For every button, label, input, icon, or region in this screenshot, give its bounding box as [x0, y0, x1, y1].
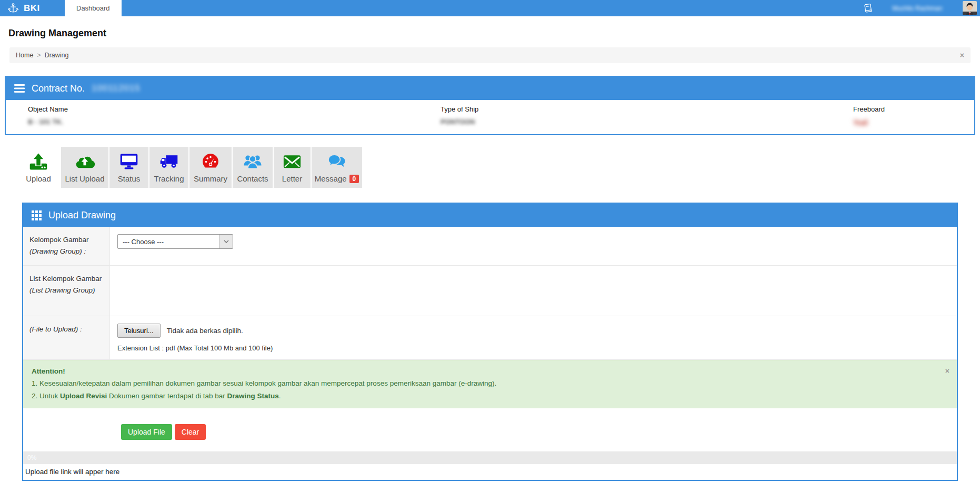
clear-button[interactable]: Clear	[175, 424, 206, 440]
tab-list-upload[interactable]: List Upload	[61, 147, 109, 188]
type-of-ship-value-masked: PONTOON	[441, 118, 853, 126]
truck-icon	[159, 151, 178, 172]
row-file-to-upload: (File to Upload) : Telusuri... Tidak ada…	[23, 316, 957, 360]
attention-line2-bold1: Upload Revisi	[60, 392, 107, 400]
tab-contacts[interactable]: Contacts	[233, 147, 274, 188]
cloud-upload-icon	[74, 151, 96, 172]
tab-status[interactable]: Status	[109, 147, 149, 188]
tab-status-label: Status	[118, 174, 141, 183]
navbar-right: Muchlis Rachman	[863, 0, 980, 16]
breadcrumb-close-icon[interactable]: ×	[960, 51, 964, 59]
upload-progress-text: 0%	[27, 454, 36, 461]
no-file-selected-text: Tidak ada berkas dipilih.	[167, 327, 243, 335]
attention-line2-bold2: Drawing Status	[227, 392, 278, 400]
bki-anchor-logo-icon	[7, 2, 19, 15]
brand-link[interactable]: BKI	[0, 0, 65, 16]
page: BKI Dashboard Muchlis Rachman	[0, 0, 980, 483]
tachometer-icon	[201, 151, 220, 172]
tab-tracking[interactable]: Tracking	[149, 147, 189, 188]
list-drawing-group-label-en: (List Drawing Group)	[29, 286, 95, 294]
desktop-icon	[119, 151, 138, 172]
tab-letter[interactable]: Letter	[274, 147, 312, 188]
attention-line-2: 2. Untuk Upload Revisi Dokumen gambar te…	[32, 390, 948, 402]
attention-line2-prefix: 2. Untuk	[32, 392, 60, 400]
list-drawing-group-label: List Kelompok Gambar (List Drawing Group…	[23, 266, 110, 316]
form-actions: Upload File Clear	[23, 408, 957, 451]
tab-contacts-label: Contacts	[237, 174, 268, 183]
row-list-drawing-group: List Kelompok Gambar (List Drawing Group…	[23, 266, 957, 316]
brand-text: BKI	[24, 3, 40, 14]
chevron-down-icon	[219, 235, 233, 248]
attention-line2-mid: Dokumen gambar terdapat di tab bar	[107, 392, 227, 400]
grid-icon	[32, 210, 42, 220]
breadcrumb-separator: >	[37, 52, 41, 59]
attention-alert: Attention! 1. Kesesuaian/ketepatan dalam…	[23, 360, 957, 409]
drawing-group-label: Kelompok Gambar (Drawing Group) :	[23, 227, 110, 265]
row-drawing-group: Kelompok Gambar (Drawing Group) : --- Ch…	[23, 227, 957, 266]
field-type-of-ship: Type of Ship PONTOON	[441, 105, 853, 127]
contract-panel-header: Contract No. 100112015	[6, 77, 974, 100]
breadcrumb-home[interactable]: Home	[16, 52, 33, 59]
nav-tab-dashboard[interactable]: Dashboard	[65, 0, 122, 16]
drawing-group-label-en: (Drawing Group) :	[29, 247, 86, 255]
tab-summary[interactable]: Summary	[189, 147, 233, 188]
file-to-upload-content: Telusuri... Tidak ada berkas dipilih. Ex…	[110, 316, 957, 359]
drawing-group-selected-value: --- Choose ---	[118, 238, 219, 246]
file-to-upload-label-en: (File to Upload) :	[29, 325, 82, 333]
comments-icon	[327, 151, 347, 172]
drawing-group-content: --- Choose ---	[110, 227, 957, 265]
tab-message-label: Message 0	[315, 174, 359, 183]
browse-file-button[interactable]: Telusuri...	[117, 324, 161, 338]
attention-title: Attention!	[32, 365, 948, 378]
type-of-ship-label: Type of Ship	[441, 105, 853, 113]
hamburger-icon[interactable]	[14, 84, 25, 93]
upload-progress-bar: 0%	[23, 451, 957, 464]
upload-drawing-header: Upload Drawing	[23, 204, 957, 227]
breadcrumb-current: Drawing	[45, 52, 69, 59]
tab-message[interactable]: Message 0	[312, 147, 363, 188]
feature-tabstrip: Upload List Upload Status	[16, 147, 980, 188]
object-name-value-masked: B - 101 TK.	[28, 118, 441, 126]
object-name-label: Object Name	[28, 105, 441, 113]
users-icon	[242, 151, 263, 172]
tab-letter-label: Letter	[282, 174, 302, 183]
list-drawing-group-content	[110, 266, 957, 316]
tab-upload-label: Upload	[26, 174, 51, 183]
attention-line2-suffix: .	[279, 392, 281, 400]
field-object-name: Object Name B - 101 TK.	[28, 105, 441, 127]
contract-title: Contract No.	[32, 83, 85, 94]
list-drawing-group-label-id: List Kelompok Gambar	[29, 275, 102, 283]
tab-message-text: Message	[315, 174, 347, 183]
tab-list-upload-label: List Upload	[65, 174, 104, 183]
attention-line-1: 1. Kesesuaian/ketepatan dalam pemilihan …	[32, 377, 948, 390]
user-name[interactable]: Muchlis Rachman	[886, 5, 949, 12]
freeboard-label: Freeboard	[853, 105, 974, 113]
upload-drawing-panel: Upload Drawing Kelompok Gambar (Drawing …	[22, 203, 958, 481]
drawing-group-select[interactable]: --- Choose ---	[117, 234, 233, 249]
contract-panel: Contract No. 100112015 Object Name B - 1…	[5, 76, 975, 135]
alert-close-icon[interactable]: ×	[945, 365, 949, 378]
contract-panel-body: Object Name B - 101 TK. Type of Ship PON…	[6, 100, 974, 134]
freeboard-value-masked: Yud	[853, 118, 974, 127]
field-freeboard: Freeboard Yud	[853, 105, 974, 127]
extension-note: Extension List : pdf (Max Total 100 Mb a…	[117, 344, 949, 352]
book-icon[interactable]	[863, 3, 872, 13]
contract-number-masked: 100112015	[92, 83, 141, 94]
envelope-icon	[283, 151, 302, 172]
file-to-upload-label: (File to Upload) :	[23, 316, 110, 359]
upload-link-placeholder-text: Upload file link will apper here	[23, 464, 957, 480]
message-count-badge: 0	[349, 175, 359, 183]
drawing-group-label-id: Kelompok Gambar	[29, 236, 89, 244]
upload-file-button[interactable]: Upload File	[121, 424, 172, 440]
upload-drawing-title: Upload Drawing	[48, 210, 116, 221]
upload-icon	[29, 151, 48, 172]
tab-upload[interactable]: Upload	[16, 147, 61, 188]
user-avatar[interactable]	[963, 1, 977, 15]
page-title: Drawing Management	[8, 28, 980, 39]
breadcrumb: Home > Drawing ×	[9, 47, 971, 63]
tab-tracking-label: Tracking	[154, 174, 184, 183]
tab-summary-label: Summary	[194, 174, 227, 183]
top-navbar: BKI Dashboard Muchlis Rachman	[0, 0, 980, 16]
